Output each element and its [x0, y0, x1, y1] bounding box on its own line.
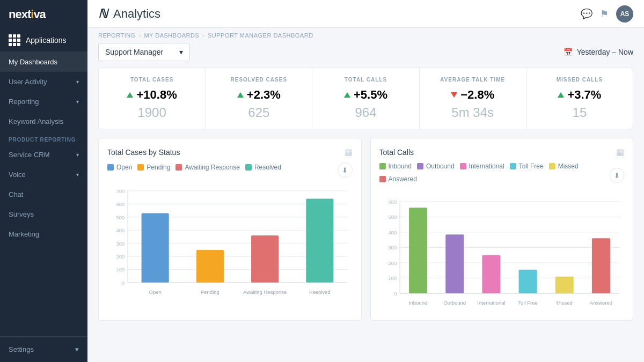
legend-item: Pending	[137, 164, 170, 171]
legend-label: International	[469, 162, 504, 170]
dashboard-selector[interactable]: Support Manager ▾	[98, 43, 190, 61]
kpi-value: 5m 34s	[430, 105, 515, 120]
avatar[interactable]: AS	[616, 5, 633, 23]
topbar: ℕ Analytics 💬 ⚑ AS	[87, 0, 644, 28]
topbar-left: ℕ Analytics	[98, 7, 160, 21]
trend-down-icon	[451, 92, 457, 98]
svg-text:500: 500	[388, 214, 397, 220]
legend-color	[379, 163, 386, 169]
svg-text:600: 600	[388, 199, 397, 205]
kpi-change: +3.7%	[537, 88, 622, 102]
svg-rect-40	[409, 208, 427, 293]
svg-text:Pending: Pending	[201, 289, 219, 295]
sidebar-item-my-dashboards[interactable]: My Dashboards	[0, 52, 87, 72]
kpi-label: TOTAL CASES	[109, 77, 194, 83]
kpi-value: 964	[323, 105, 408, 120]
kpi-value: 1900	[109, 105, 194, 120]
chart-header: Total Cases by Status ▦	[107, 147, 353, 157]
kpi-label: MISSED CALLS	[537, 77, 622, 83]
date-range-selector[interactable]: 📅 Yesterday – Now	[564, 48, 633, 56]
kpi-change: +10.8%	[109, 88, 194, 102]
kpi-card-avg-talk-time: AVERAGE TALK TIME −2.8% 5m 34s	[420, 68, 526, 129]
svg-text:Inbound: Inbound	[408, 300, 427, 306]
kpi-change-value: −2.8%	[460, 88, 494, 102]
sidebar-item-voice[interactable]: Voice ▾	[0, 165, 87, 184]
calls-bar-chart: 0100200300400500600InboundOutboundIntern…	[379, 194, 625, 312]
topbar-right: 💬 ⚑ AS	[581, 5, 633, 23]
chevron-icon: ▾	[76, 152, 79, 158]
flag-icon[interactable]: ⚑	[600, 8, 609, 20]
settings-button[interactable]: Settings ▾	[9, 343, 79, 356]
charts-row: Total Cases by Status ▦ OpenPendingAwait…	[87, 138, 644, 329]
svg-rect-44	[482, 255, 500, 293]
breadcrumb-reporting[interactable]: REPORTING	[98, 32, 136, 39]
chart-header: Total Calls ▦	[379, 147, 625, 157]
chat-icon[interactable]: 💬	[581, 8, 592, 20]
sidebar-item-reporting[interactable]: Reporting ▾	[0, 92, 87, 112]
legend-item: Resolved	[245, 164, 281, 171]
sidebar-item-user-activity[interactable]: User Activity ▾	[0, 72, 87, 92]
chevron-icon: ▾	[76, 172, 79, 178]
apps-button[interactable]: Applications	[0, 29, 87, 52]
product-reporting-label: PRODUCT REPORTING	[0, 131, 87, 145]
legend-color	[549, 163, 555, 169]
chevron-icon: ▾	[76, 99, 79, 105]
chart-legend: OpenPendingAwaiting ResponseResolved	[107, 164, 281, 171]
breadcrumb-sep: ›	[202, 32, 204, 39]
legend-label: Resolved	[254, 164, 281, 171]
breadcrumb-my-dashboards[interactable]: MY DASHBOARDS	[144, 32, 199, 39]
download-button[interactable]: ⬇	[338, 162, 353, 178]
chart-title: Total Cases by Status	[107, 148, 180, 157]
analytics-icon: ℕ	[98, 7, 108, 21]
chevron-icon: ▾	[75, 345, 79, 353]
legend-item: Outbound	[417, 162, 455, 170]
svg-text:0: 0	[122, 280, 125, 286]
legend-color	[510, 163, 516, 169]
legend-item: Missed	[549, 162, 579, 170]
svg-rect-22	[306, 199, 333, 283]
apps-label: Applications	[26, 36, 67, 45]
svg-rect-46	[518, 270, 537, 293]
svg-text:300: 300	[388, 245, 397, 250]
sidebar-item-surveys[interactable]: Surveys	[0, 204, 87, 224]
legend-label: Awaiting Response	[185, 164, 240, 171]
breadcrumb-support-manager[interactable]: SUPPORT MANAGER DASHBOARD	[208, 32, 313, 39]
svg-text:400: 400	[116, 227, 125, 233]
svg-text:International: International	[477, 300, 505, 306]
chart-total-cases: Total Cases by Status ▦ OpenPendingAwait…	[98, 138, 362, 321]
sidebar-nav: My Dashboards User Activity ▾ Reporting …	[0, 52, 87, 336]
legend-item: Toll Free	[510, 162, 544, 170]
svg-rect-42	[445, 234, 464, 293]
kpi-value: 15	[537, 105, 622, 120]
trend-up-icon	[127, 92, 133, 98]
legend-label: Open	[116, 164, 132, 171]
kpi-change-value: +2.3%	[247, 88, 281, 102]
kpi-card-resolved-cases: RESOLVED CASES +2.3% 625	[206, 68, 312, 129]
svg-rect-18	[196, 250, 224, 283]
content-area: REPORTING › MY DASHBOARDS › SUPPORT MANA…	[87, 28, 644, 362]
kpi-row: TOTAL CASES +10.8% 1900 RESOLVED CASES +…	[87, 68, 644, 138]
kpi-card-total-calls: TOTAL CALLS +5.5% 964	[312, 68, 419, 129]
sidebar-item-chat[interactable]: Chat	[0, 184, 87, 204]
legend-item: Answered	[379, 175, 417, 183]
legend-color	[175, 164, 182, 171]
svg-text:400: 400	[388, 230, 397, 235]
legend-item: Inbound	[379, 162, 412, 170]
legend-item: International	[460, 162, 504, 170]
sidebar-item-keyword-analysis[interactable]: Keyword Analysis	[0, 112, 87, 131]
sidebar-item-service-crm[interactable]: Service CRM ▾	[0, 145, 87, 165]
svg-text:Answered: Answered	[589, 300, 612, 306]
svg-text:Resolved: Resolved	[309, 289, 331, 295]
chevron-icon: ▾	[76, 79, 79, 85]
kpi-change: −2.8%	[430, 88, 515, 102]
download-button[interactable]: ⬇	[610, 168, 624, 183]
cases-bar-chart: 0100200300400500600700OpenPendingAwaitin…	[107, 183, 353, 301]
legend-color	[245, 164, 252, 171]
svg-text:100: 100	[388, 275, 397, 281]
breadcrumb: REPORTING › MY DASHBOARDS › SUPPORT MANA…	[87, 28, 644, 41]
svg-rect-20	[251, 235, 279, 283]
sidebar-item-marketing[interactable]: Marketing	[0, 224, 87, 244]
legend-label: Answered	[389, 175, 417, 183]
legend-label: Pending	[147, 164, 170, 171]
svg-text:600: 600	[116, 201, 125, 207]
